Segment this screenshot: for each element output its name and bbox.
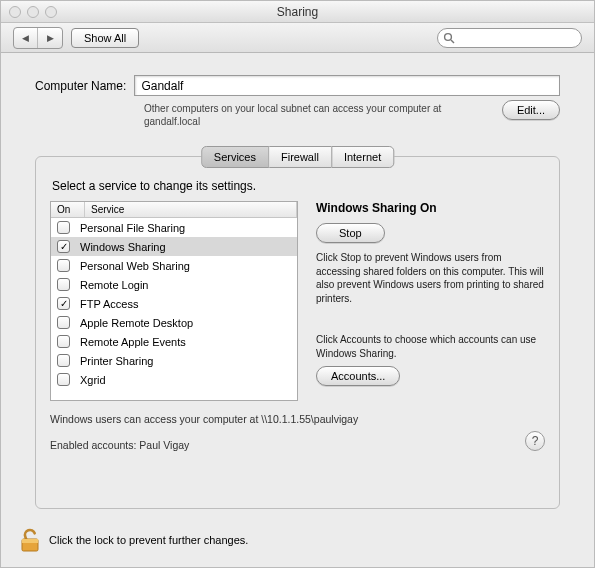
- accounts-description: Click Accounts to choose which accounts …: [316, 333, 545, 360]
- service-checkbox[interactable]: [57, 354, 70, 367]
- toolbar: ◀ ▶ Show All: [1, 23, 594, 53]
- content-area: Computer Name: Other computers on your l…: [1, 53, 594, 517]
- footer: Click the lock to prevent further change…: [1, 517, 594, 567]
- tab-internet[interactable]: Internet: [331, 146, 394, 168]
- edit-button[interactable]: Edit...: [502, 100, 560, 120]
- list-item[interactable]: Printer Sharing: [51, 351, 297, 370]
- service-name: Remote Login: [80, 279, 149, 291]
- stop-description: Click Stop to prevent Windows users from…: [316, 251, 545, 305]
- svg-point-0: [445, 33, 452, 40]
- service-checkbox[interactable]: [57, 278, 70, 291]
- lock-icon[interactable]: [19, 527, 41, 553]
- service-name: Personal Web Sharing: [80, 260, 190, 272]
- service-checkbox[interactable]: [57, 316, 70, 329]
- tab-services[interactable]: Services: [201, 146, 269, 168]
- list-header: On Service: [51, 202, 297, 218]
- service-name: Windows Sharing: [80, 241, 166, 253]
- services-list: On Service Personal File Sharing✓Windows…: [50, 201, 298, 401]
- service-name: Printer Sharing: [80, 355, 153, 367]
- search-icon: [443, 32, 455, 44]
- header-on[interactable]: On: [51, 202, 85, 217]
- tab-firewall[interactable]: Firewall: [269, 146, 331, 168]
- detail-title: Windows Sharing On: [316, 201, 545, 215]
- stop-button[interactable]: Stop: [316, 223, 385, 243]
- services-groupbox: Services Firewall Internet Select a serv…: [35, 156, 560, 509]
- tabs: Services Firewall Internet: [201, 146, 394, 168]
- list-item[interactable]: ✓Windows Sharing: [51, 237, 297, 256]
- enabled-accounts: Enabled accounts: Paul Vigay: [50, 439, 189, 451]
- back-button[interactable]: ◀: [14, 28, 38, 48]
- list-item[interactable]: Personal Web Sharing: [51, 256, 297, 275]
- service-checkbox[interactable]: [57, 221, 70, 234]
- service-checkbox[interactable]: ✓: [57, 297, 70, 310]
- instruction-text: Select a service to change its settings.: [52, 179, 545, 193]
- lock-text: Click the lock to prevent further change…: [49, 534, 248, 546]
- nav-buttons: ◀ ▶: [13, 27, 63, 49]
- list-item[interactable]: Apple Remote Desktop: [51, 313, 297, 332]
- help-button[interactable]: ?: [525, 431, 545, 451]
- service-name: FTP Access: [80, 298, 138, 310]
- list-item[interactable]: Remote Apple Events: [51, 332, 297, 351]
- service-name: Remote Apple Events: [80, 336, 186, 348]
- search-field[interactable]: [437, 28, 582, 48]
- service-name: Personal File Sharing: [80, 222, 185, 234]
- titlebar: Sharing: [1, 1, 594, 23]
- svg-rect-3: [22, 539, 38, 543]
- service-name: Xgrid: [80, 374, 106, 386]
- list-item[interactable]: Personal File Sharing: [51, 218, 297, 237]
- service-detail: Windows Sharing On Stop Click Stop to pr…: [316, 201, 545, 401]
- list-item[interactable]: ✓FTP Access: [51, 294, 297, 313]
- header-service[interactable]: Service: [85, 202, 297, 217]
- list-item[interactable]: Remote Login: [51, 275, 297, 294]
- computer-name-note: Other computers on your local subnet can…: [144, 102, 494, 128]
- computer-name-input[interactable]: [134, 75, 560, 96]
- service-checkbox[interactable]: [57, 259, 70, 272]
- service-checkbox[interactable]: [57, 335, 70, 348]
- service-checkbox[interactable]: ✓: [57, 240, 70, 253]
- show-all-button[interactable]: Show All: [71, 28, 139, 48]
- accounts-button[interactable]: Accounts...: [316, 366, 400, 386]
- list-item[interactable]: Xgrid: [51, 370, 297, 389]
- svg-line-1: [451, 40, 454, 43]
- access-status: Windows users can access your computer a…: [50, 413, 545, 425]
- service-checkbox[interactable]: [57, 373, 70, 386]
- computer-name-label: Computer Name:: [35, 79, 126, 93]
- forward-button[interactable]: ▶: [38, 28, 62, 48]
- sharing-preferences-window: Sharing ◀ ▶ Show All Computer Name: Othe…: [0, 0, 595, 568]
- service-name: Apple Remote Desktop: [80, 317, 193, 329]
- window-title: Sharing: [1, 5, 594, 19]
